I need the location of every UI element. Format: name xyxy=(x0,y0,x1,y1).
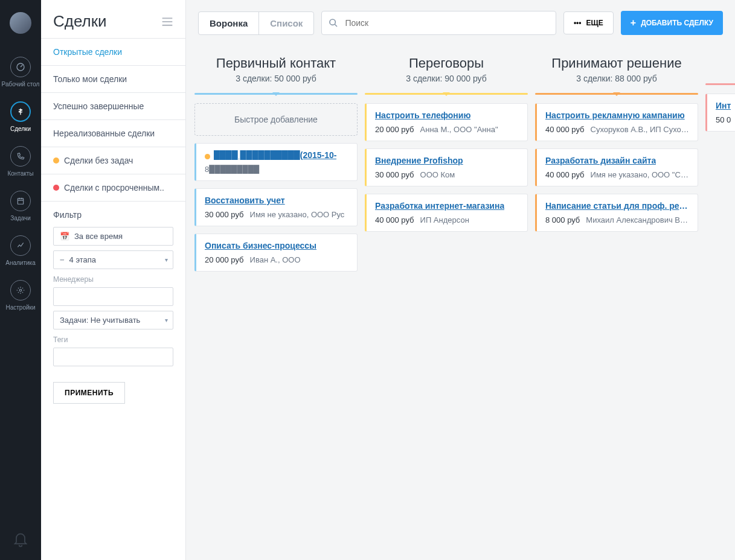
sidebar-item-label: Сделки с просроченным.. xyxy=(64,183,164,192)
column-bar xyxy=(535,93,698,95)
column-title: Первичный контакт xyxy=(194,56,358,71)
sidebar-item-label: Успешно завершенные xyxy=(53,101,144,111)
sidebar-title: Сделки xyxy=(53,12,107,31)
gauge-icon xyxy=(10,57,31,77)
deal-card[interactable]: Разработать дизайн сайта40 000 рубИмя не… xyxy=(535,148,698,186)
deal-price: 40 000 руб xyxy=(545,170,585,179)
filter-heading: Фильтр xyxy=(53,210,173,220)
deal-title: Написание статьи для проф. ресур xyxy=(545,201,689,211)
deal-card[interactable]: Инт50 0 xyxy=(705,94,735,132)
tags-label: Теги xyxy=(53,336,173,344)
sidebar-item-0[interactable]: Открытые сделки xyxy=(41,39,185,66)
column-title: Со xyxy=(705,56,735,71)
nav-label: Задачи xyxy=(10,215,31,222)
deal-meta: 8█████████ xyxy=(205,165,348,174)
nav-label: Сделки xyxy=(10,126,31,133)
svg-rect-1 xyxy=(18,199,23,204)
sidebar-item-2[interactable]: Успешно завершенные xyxy=(41,93,185,120)
deal-card[interactable]: Написание статьи для проф. ресур8 000 ру… xyxy=(535,194,698,232)
tags-input[interactable] xyxy=(53,348,173,366)
status-dot xyxy=(53,158,59,164)
nav-item-settings[interactable]: Настройки xyxy=(0,274,41,319)
column-title: Переговоры xyxy=(365,56,528,71)
sidebar-item-1[interactable]: Только мои сделки xyxy=(41,66,185,93)
menu-icon[interactable] xyxy=(161,17,173,27)
add-deal-button[interactable]: + ДОБАВИТЬ СДЕЛКУ xyxy=(621,11,723,35)
column-0: Первичный контакт3 сделки: 50 000 рубБыс… xyxy=(191,51,361,548)
date-filter[interactable]: 📅 За все время xyxy=(53,227,173,246)
deal-contact: Имя не указано, ООО Рус xyxy=(250,210,345,219)
status-dot xyxy=(205,154,210,159)
column-title: Принимают решение xyxy=(535,56,698,71)
deal-meta: 50 0 xyxy=(716,115,735,124)
apply-button[interactable]: ПРИМЕНИТЬ xyxy=(53,382,125,404)
column-2: Принимают решение3 сделки: 88 000 рубНас… xyxy=(531,51,702,548)
nav-label: Контакты xyxy=(7,170,33,177)
chevron-down-icon: ▾ xyxy=(165,256,168,263)
tab-funnel[interactable]: Воронка xyxy=(199,12,259,34)
deal-title: Внедрение Profishop xyxy=(375,156,463,165)
sidebar-item-5[interactable]: Сделки с просроченным.. xyxy=(41,174,185,202)
bell-icon[interactable] xyxy=(12,531,29,560)
deal-title: Разработка интернет-магазина xyxy=(375,201,504,211)
calendar-icon: 📅 xyxy=(60,232,69,241)
column-bar xyxy=(365,93,528,95)
deal-card[interactable]: Настроить рекламную кампанию40 000 рубСу… xyxy=(535,103,698,141)
column-subtitle: 3 сделки: 88 000 руб xyxy=(535,74,698,83)
column-3: СоИнт50 0 xyxy=(702,51,735,548)
deal-card[interactable]: Описать бизнес-процессы20 000 рубИван А.… xyxy=(194,234,358,272)
deal-price: 40 000 руб xyxy=(375,215,414,224)
deal-title: ████ ██████████(2015-10- xyxy=(214,150,336,160)
gear-icon xyxy=(10,280,31,301)
tab-list[interactable]: Список xyxy=(259,12,313,34)
deal-meta: 40 000 рубСухоруков А.В., ИП Сухоруко xyxy=(545,125,689,134)
deal-meta: 20 000 рубИван А., ООО xyxy=(205,255,348,264)
svg-point-2 xyxy=(19,289,22,291)
chevron-down-icon: ▾ xyxy=(165,317,168,323)
deal-card[interactable]: Разработка интернет-магазина40 000 рубИП… xyxy=(365,194,528,232)
view-toggle: Воронка Список xyxy=(198,11,314,35)
deal-contact: 8█████████ xyxy=(205,165,259,174)
deal-price: 20 000 руб xyxy=(205,255,244,264)
stages-select[interactable]: − 4 этапа ▾ xyxy=(53,250,173,269)
toolbar: Воронка Список ••• ЕЩЕ + ДОБАВИТЬ СДЕЛКУ xyxy=(186,0,735,46)
nav-item-tasks[interactable]: Задачи xyxy=(0,185,41,229)
sidebar-item-4[interactable]: Сделки без задач xyxy=(41,147,185,174)
column-bar xyxy=(194,93,358,95)
deal-title: Восстановить учет xyxy=(205,196,285,205)
more-button-label: ЕЩЕ xyxy=(586,19,603,27)
managers-label: Менеджеры xyxy=(53,275,173,284)
stages-select-label: 4 этапа xyxy=(69,255,97,264)
deal-card[interactable]: Внедрение Profishop30 000 рубООО Ком xyxy=(365,148,528,186)
deal-price: 8 000 руб xyxy=(545,215,580,224)
deal-card[interactable]: Восстановить учет30 000 рубИмя не указан… xyxy=(194,188,358,226)
nav-item-contacts[interactable]: Контакты xyxy=(0,140,41,185)
phone-icon xyxy=(10,146,31,167)
nav-item-dashboard[interactable]: Рабочий стол xyxy=(0,51,41,95)
deal-title: Разработать дизайн сайта xyxy=(545,156,656,165)
search-input[interactable] xyxy=(321,11,556,35)
svg-point-3 xyxy=(330,19,335,25)
left-nav: Рабочий стол Сделки Контакты Задачи Анал… xyxy=(0,0,41,560)
nav-item-analytics[interactable]: Аналитика xyxy=(0,229,41,274)
sidebar-item-label: Только мои сделки xyxy=(53,74,127,84)
chart-icon xyxy=(10,235,31,256)
more-button[interactable]: ••• ЕЩЕ xyxy=(563,11,614,34)
tasks-select[interactable]: Задачи: Не учитывать ▾ xyxy=(53,311,173,329)
avatar[interactable] xyxy=(10,12,31,34)
sidebar: Сделки Открытые сделкиТолько мои сделкиУ… xyxy=(41,0,186,560)
deal-title: Инт xyxy=(716,101,731,110)
deal-card[interactable]: Настроить телефонию20 000 рубАнна М., ОО… xyxy=(365,103,528,141)
deal-title: Описать бизнес-процессы xyxy=(205,241,316,250)
deal-meta: 40 000 рубИП Андерсон xyxy=(375,215,519,224)
deal-price: 20 000 руб xyxy=(375,125,414,134)
quick-add[interactable]: Быстрое добавление xyxy=(194,103,358,136)
deal-card[interactable]: ████ ██████████(2015-10-8█████████ xyxy=(194,143,358,181)
column-1: Переговоры3 сделки: 90 000 рубНастроить … xyxy=(361,51,531,548)
deal-price: 30 000 руб xyxy=(375,170,414,179)
deal-meta: 40 000 рубИмя не указано, ООО "Санам xyxy=(545,170,689,179)
sidebar-item-3[interactable]: Нереализованные сделки xyxy=(41,120,185,147)
nav-item-deals[interactable]: Сделки xyxy=(0,95,41,140)
sidebar-item-label: Сделки без задач xyxy=(64,156,133,165)
managers-input[interactable] xyxy=(53,287,173,306)
